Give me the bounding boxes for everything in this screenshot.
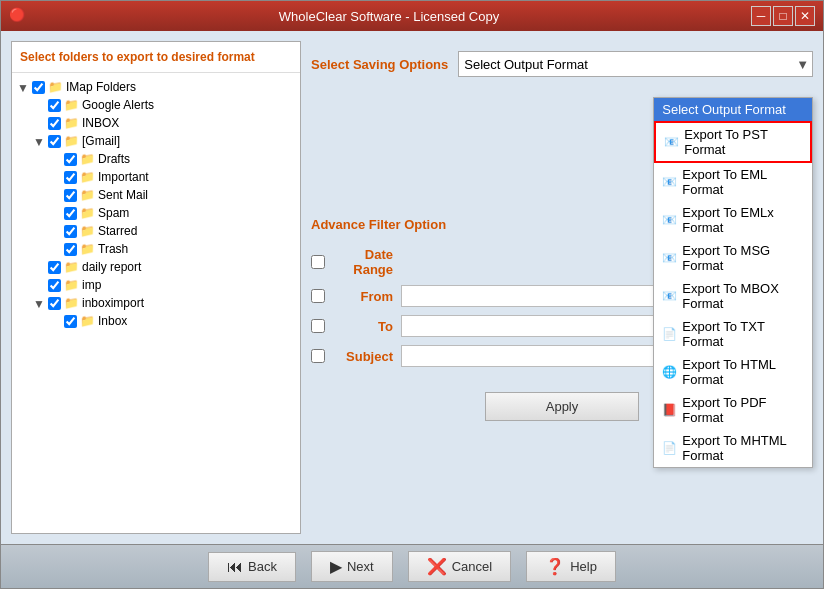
checkbox-sent-mail[interactable]: [64, 189, 77, 202]
expand-inbox[interactable]: [33, 117, 45, 129]
checkbox-google-alerts[interactable]: [48, 99, 61, 112]
dropdown-item-label-pdf: Export To PDF Format: [682, 395, 804, 425]
dropdown-item-label: Select Output Format: [662, 102, 786, 117]
folder-icon-imap: 📁: [48, 80, 63, 94]
expand-drafts: [49, 153, 61, 165]
subject-checkbox[interactable]: [311, 349, 325, 363]
dropdown-item-pst[interactable]: 📧 Export To PST Format: [654, 121, 812, 163]
folder-icon-daily: 📁: [64, 260, 79, 274]
advance-filter-label: Advance Filter Option: [311, 217, 446, 232]
format-dropdown[interactable]: Select Output Format: [458, 51, 813, 77]
checkbox-inbox[interactable]: [48, 117, 61, 130]
tree-children-gmail: 📁 Drafts 📁 Important 📁: [33, 150, 295, 258]
from-checkbox[interactable]: [311, 289, 325, 303]
tree-label-google-alerts: Google Alerts: [82, 98, 154, 112]
to-label: To: [333, 319, 393, 334]
selected-format-label: Select Output Format: [464, 57, 588, 72]
tree-item-inbox[interactable]: 📁 INBOX: [33, 114, 295, 132]
tree-item-imp[interactable]: 📁 imp: [33, 276, 295, 294]
tree-root[interactable]: ▼ 📁 IMap Folders: [17, 78, 295, 96]
folder-icon-imp: 📁: [64, 278, 79, 292]
expand-google-alerts[interactable]: [33, 99, 45, 111]
help-button[interactable]: ❓ Help: [526, 551, 616, 582]
next-button[interactable]: ▶ Next: [311, 551, 393, 582]
panel-header: Select folders to export to desired form…: [12, 42, 300, 73]
expand-inboximport[interactable]: ▼: [33, 297, 45, 309]
tree-item-inbox-child[interactable]: 📁 Inbox: [49, 312, 295, 330]
subject-label: Subject: [333, 349, 393, 364]
folder-icon-gmail: 📁: [64, 134, 79, 148]
checkbox-drafts[interactable]: [64, 153, 77, 166]
txt-icon: 📄: [662, 327, 677, 341]
cancel-button[interactable]: ❌ Cancel: [408, 551, 511, 582]
next-label: Next: [347, 559, 374, 574]
dropdown-item-pdf[interactable]: 📕 Export To PDF Format: [654, 391, 812, 429]
folder-icon-important: 📁: [80, 170, 95, 184]
content-area: Select folders to export to desired form…: [1, 31, 823, 544]
dropdown-item-mbox[interactable]: 📧 Export To MBOX Format: [654, 277, 812, 315]
tree-label-trash: Trash: [98, 242, 128, 256]
apply-button[interactable]: Apply: [485, 392, 640, 421]
expand-root[interactable]: ▼: [17, 81, 29, 93]
next-icon: ▶: [330, 557, 342, 576]
checkbox-starred[interactable]: [64, 225, 77, 238]
format-dropdown-list: Select Output Format 📧 Export To PST For…: [653, 97, 813, 468]
checkbox-imap-folders[interactable]: [32, 81, 45, 94]
tree-item-google-alerts[interactable]: 📁 Google Alerts: [33, 96, 295, 114]
dropdown-item-emlx[interactable]: 📧 Export To EMLx Format: [654, 201, 812, 239]
from-label: From: [333, 289, 393, 304]
minimize-button[interactable]: ─: [751, 6, 771, 26]
folder-icon-inbox-child: 📁: [80, 314, 95, 328]
dropdown-item-msg[interactable]: 📧 Export To MSG Format: [654, 239, 812, 277]
tree-item-daily-report[interactable]: 📁 daily report: [33, 258, 295, 276]
back-button[interactable]: ⏮ Back: [208, 552, 296, 582]
checkbox-gmail[interactable]: [48, 135, 61, 148]
tree-item-gmail[interactable]: ▼ 📁 [Gmail]: [33, 132, 295, 150]
tree-item-starred[interactable]: 📁 Starred: [49, 222, 295, 240]
tree-item-spam[interactable]: 📁 Spam: [49, 204, 295, 222]
expand-gmail[interactable]: ▼: [33, 135, 45, 147]
checkbox-daily-report[interactable]: [48, 261, 61, 274]
checkbox-inbox-child[interactable]: [64, 315, 77, 328]
close-button[interactable]: ✕: [795, 6, 815, 26]
dropdown-item-label-html: Export To HTML Format: [682, 357, 804, 387]
checkbox-important[interactable]: [64, 171, 77, 184]
tree-item-drafts[interactable]: 📁 Drafts: [49, 150, 295, 168]
tree-item-sent-mail[interactable]: 📁 Sent Mail: [49, 186, 295, 204]
tree-children-root: 📁 Google Alerts 📁 INBOX ▼ 📁: [17, 96, 295, 330]
tree-item-important[interactable]: 📁 Important: [49, 168, 295, 186]
folder-icon-trash: 📁: [80, 242, 95, 256]
dropdown-item-txt[interactable]: 📄 Export To TXT Format: [654, 315, 812, 353]
dropdown-item-html[interactable]: 🌐 Export To HTML Format: [654, 353, 812, 391]
maximize-button[interactable]: □: [773, 6, 793, 26]
mhtml-icon: 📄: [662, 441, 677, 455]
app-icon: 🔴: [9, 7, 27, 25]
date-range-checkbox[interactable]: [311, 255, 325, 269]
back-icon: ⏮: [227, 558, 243, 576]
pdf-icon: 📕: [662, 403, 677, 417]
to-checkbox[interactable]: [311, 319, 325, 333]
tree-label-gmail: [Gmail]: [82, 134, 120, 148]
tree-label-spam: Spam: [98, 206, 129, 220]
window-controls: ─ □ ✕: [751, 6, 815, 26]
dropdown-item-label-mhtml: Export To MHTML Format: [682, 433, 804, 463]
bottom-nav-bar: ⏮ Back ▶ Next ❌ Cancel ❓ Help: [1, 544, 823, 588]
checkbox-imp[interactable]: [48, 279, 61, 292]
dropdown-item-eml[interactable]: 📧 Export To EML Format: [654, 163, 812, 201]
tree-label-inboximport: inboximport: [82, 296, 144, 310]
dropdown-item-select-output[interactable]: Select Output Format: [654, 98, 812, 121]
folder-icon-inboximport: 📁: [64, 296, 79, 310]
folder-icon-google: 📁: [64, 98, 79, 112]
mbox-icon: 📧: [662, 289, 677, 303]
checkbox-inboximport[interactable]: [48, 297, 61, 310]
checkbox-spam[interactable]: [64, 207, 77, 220]
eml-icon: 📧: [662, 175, 677, 189]
tree-label-inbox: INBOX: [82, 116, 119, 130]
folder-icon-sent: 📁: [80, 188, 95, 202]
dropdown-item-mhtml[interactable]: 📄 Export To MHTML Format: [654, 429, 812, 467]
pst-icon: 📧: [664, 135, 679, 149]
tree-item-trash[interactable]: 📁 Trash: [49, 240, 295, 258]
folder-tree: ▼ 📁 IMap Folders 📁 Google Alerts: [12, 73, 300, 533]
checkbox-trash[interactable]: [64, 243, 77, 256]
tree-item-inboximport[interactable]: ▼ 📁 inboximport: [33, 294, 295, 312]
